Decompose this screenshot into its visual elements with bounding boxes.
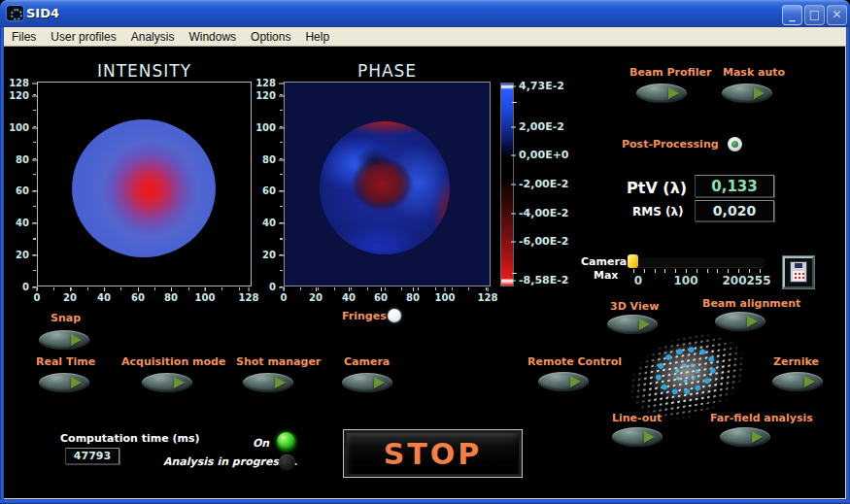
slider-tick-label: 0 <box>634 274 642 287</box>
y-tick: 20 <box>251 250 276 260</box>
colorbar-minor-tick <box>512 102 517 103</box>
y-tick: 120 <box>251 90 276 101</box>
window-frame-right <box>846 27 850 504</box>
x-tick: 20 <box>309 292 323 303</box>
y-tick: 0 <box>251 282 276 292</box>
camera-button[interactable] <box>342 373 392 392</box>
menu-user-profiles[interactable]: User profiles <box>51 30 116 44</box>
ptv-label: PtV (λ) <box>627 179 687 197</box>
far-field-analysis-button[interactable] <box>720 427 770 447</box>
intensity-beam-image <box>72 119 216 257</box>
on-label: On <box>253 437 269 450</box>
x-tick: 100 <box>195 292 216 303</box>
y-tick: 100 <box>251 122 276 133</box>
computation-time-label: Computation time (ms) <box>60 432 200 445</box>
x-tick: 128 <box>478 292 498 303</box>
menu-options[interactable]: Options <box>251 30 290 44</box>
sid4-window: SID4 _ □ ✕ Files User profiles Analysis … <box>0 0 850 504</box>
minimize-button[interactable]: _ <box>782 5 802 25</box>
colorbar-label: -2,00E-2 <box>519 178 568 190</box>
rms-value: 0,020 <box>695 200 774 221</box>
remote-control-button[interactable] <box>538 372 589 391</box>
title-bar[interactable]: SID4 _ □ ✕ <box>0 0 850 27</box>
x-tick: 40 <box>97 292 111 303</box>
post-processing-label: Post-Processing <box>622 138 719 151</box>
post-processing-led[interactable] <box>728 137 742 151</box>
y-tick: 80 <box>4 154 29 165</box>
slider-ticks <box>633 269 764 273</box>
shot-manager-button[interactable] <box>243 373 293 392</box>
acquisition-mode-button[interactable] <box>142 373 192 392</box>
y-tick: 120 <box>4 90 29 101</box>
fringes-toggle[interactable] <box>388 309 401 322</box>
sid4-logo <box>631 334 744 420</box>
y-tick: 20 <box>4 250 29 260</box>
analysis-in-progress-led[interactable] <box>279 454 295 471</box>
3d-view-button[interactable] <box>607 315 658 334</box>
floppy-disk-icon <box>790 261 807 283</box>
real-time-label: Real Time <box>36 355 95 368</box>
slider-tick-label: 200 <box>722 274 746 287</box>
menu-analysis[interactable]: Analysis <box>131 30 175 44</box>
camera-label: Camera <box>344 355 390 368</box>
colorbar-minor-tick <box>512 273 517 274</box>
snap-label: Snap <box>51 312 81 324</box>
intensity-plot[interactable] <box>37 82 252 286</box>
y-tick: 60 <box>251 185 276 196</box>
colorbar-label: 0,00E+0 <box>519 149 569 161</box>
y-tick: 100 <box>4 122 29 133</box>
computation-time-value: 47793 <box>65 448 119 464</box>
x-tick: 0 <box>34 292 41 303</box>
colorbar-label: 2,00E-2 <box>519 120 564 133</box>
menu-help[interactable]: Help <box>305 30 329 44</box>
mask-auto-button[interactable] <box>722 84 772 103</box>
beam-profiler-label: Beam Profiler <box>629 66 711 79</box>
fringes-label: Fringes <box>342 310 387 322</box>
x-tick: 20 <box>63 292 77 303</box>
slider-tick-label: 255 <box>746 274 770 287</box>
y-tick: 128 <box>4 78 29 88</box>
zernike-label: Zernike <box>773 355 819 368</box>
x-tick: 80 <box>164 292 178 303</box>
remote-control-label: Remote Control <box>527 355 622 368</box>
colorbar-label: -6,00E-2 <box>519 235 568 248</box>
camera-max-slider-track[interactable] <box>631 256 765 267</box>
y-tick: 0 <box>4 282 29 292</box>
menu-bar: Files User profiles Analysis Windows Opt… <box>4 27 846 47</box>
stop-button[interactable]: STOP <box>343 429 523 478</box>
y-tick: 40 <box>251 218 276 228</box>
y-tick: 40 <box>4 218 29 228</box>
phase-plot-title: PHASE <box>284 61 491 81</box>
menu-windows[interactable]: Windows <box>188 30 236 44</box>
phase-colorbar <box>500 83 514 286</box>
close-button[interactable]: ✕ <box>827 5 847 25</box>
zernike-button[interactable] <box>772 372 823 391</box>
save-image-button[interactable] <box>783 256 814 288</box>
real-time-button[interactable] <box>39 373 89 392</box>
app-logo-icon <box>7 6 23 20</box>
rms-label: RMS (λ) <box>632 205 684 218</box>
analysis-in-progress-label: Analysis in progress... <box>163 455 297 468</box>
line-out-button[interactable] <box>612 427 663 447</box>
y-tick: 80 <box>251 154 276 165</box>
x-tick: 0 <box>281 292 288 303</box>
beam-profiler-button[interactable] <box>636 84 687 103</box>
phase-plot[interactable] <box>284 82 491 286</box>
shot-manager-label: Shot manager <box>236 355 321 368</box>
3d-view-label: 3D View <box>610 300 659 313</box>
beam-alignment-button[interactable] <box>715 312 765 331</box>
colorbar-label: -4,00E-2 <box>519 207 568 219</box>
intensity-plot-title: INTENSITY <box>37 61 252 81</box>
on-led[interactable] <box>277 432 295 451</box>
camera-max-label-line2: Max <box>594 269 618 282</box>
x-tick: 40 <box>342 292 356 303</box>
y-tick: 128 <box>251 78 276 88</box>
window-frame-bottom <box>0 499 850 504</box>
menu-files[interactable]: Files <box>12 30 36 44</box>
x-tick: 80 <box>406 292 420 303</box>
snap-button[interactable] <box>39 330 89 350</box>
maximize-button[interactable]: □ <box>804 5 825 25</box>
y-tick: 60 <box>4 185 29 196</box>
colorbar-label: 4,73E-2 <box>519 80 564 92</box>
camera-max-slider-thumb[interactable] <box>628 254 638 268</box>
